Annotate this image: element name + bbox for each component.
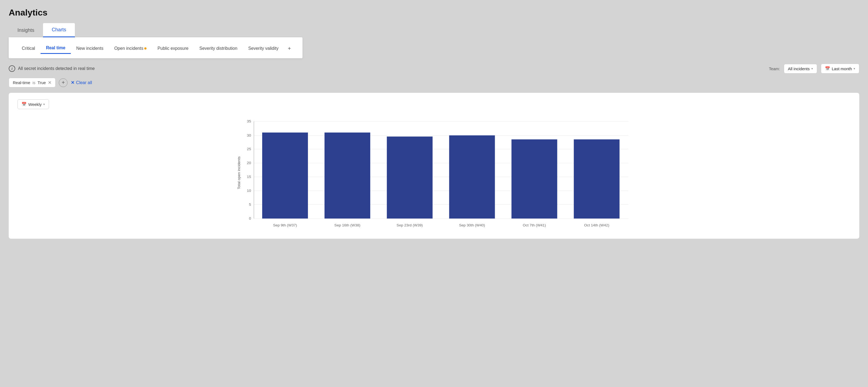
tab-insights[interactable]: Insights <box>9 23 43 37</box>
filter-description: All secret incidents detected in real ti… <box>18 66 95 71</box>
x-label-W39: Sep 23rd (W39) <box>397 223 423 227</box>
date-chevron-icon: ▾ <box>854 67 855 70</box>
dot-indicator <box>144 47 147 50</box>
tab-charts[interactable]: Charts <box>43 23 75 37</box>
y-tick-30: 30 <box>247 133 251 137</box>
weekly-dropdown[interactable]: 📅 Weekly ▾ <box>18 99 49 109</box>
y-tick-0: 0 <box>249 216 251 220</box>
main-tabs: Insights Charts <box>9 23 859 37</box>
weekly-label: Weekly <box>28 102 42 107</box>
chart-tab-new-incidents[interactable]: New incidents <box>71 43 109 54</box>
chip-close-button[interactable]: ✕ <box>48 80 52 85</box>
filter-chip-realtime: Real-time is True ✕ <box>9 78 56 87</box>
calendar-icon-chart: 📅 <box>22 102 27 107</box>
bar-W41[interactable] <box>512 139 557 219</box>
x-label-W41: Oct 7th (W41) <box>523 223 546 227</box>
date-value: Last month <box>832 66 852 71</box>
y-tick-25: 25 <box>247 147 251 151</box>
x-label-W37: Sep 9th (W37) <box>273 223 297 227</box>
page-title: Analytics <box>9 8 859 18</box>
team-value: All incidents <box>788 66 810 71</box>
y-tick-35: 35 <box>247 119 251 123</box>
clear-all-label: Clear all <box>76 80 92 85</box>
clear-all-x-icon: ✕ <box>71 80 74 85</box>
y-tick-20: 20 <box>247 161 251 165</box>
x-label-W38: Sep 16th (W38) <box>334 223 361 227</box>
y-tick-5: 5 <box>249 202 251 206</box>
chart-tab-realtime[interactable]: Real time <box>40 43 71 54</box>
x-label-W42: Oct 14th (W42) <box>584 223 609 227</box>
page-wrapper: Analytics Insights Charts Critical Real … <box>0 0 868 239</box>
info-icon: i <box>9 65 15 72</box>
bar-W38[interactable] <box>324 133 370 219</box>
chip-op: is <box>32 80 35 85</box>
chart-tab-open-incidents[interactable]: Open incidents <box>109 43 152 54</box>
x-label-W40: Sep 30th (W40) <box>459 223 485 227</box>
add-chart-tab-button[interactable]: + <box>284 43 295 53</box>
clear-all-button[interactable]: ✕ Clear all <box>71 80 92 85</box>
filter-left: i All secret incidents detected in real … <box>9 65 95 72</box>
filter-chips-row: Real-time is True ✕ + ✕ Clear all <box>9 73 859 91</box>
date-dropdown[interactable]: 📅 Last month ▾ <box>821 64 859 73</box>
add-filter-button[interactable]: + <box>59 78 67 87</box>
y-tick-15: 15 <box>247 175 251 179</box>
chart-svg: Total open incidents 0 5 10 15 <box>18 116 850 230</box>
chart-tab-severity-distribution[interactable]: Severity distribution <box>194 43 243 54</box>
chart-container: Total open incidents 0 5 10 15 <box>18 116 850 230</box>
weekly-chevron-icon: ▾ <box>43 103 45 106</box>
filter-bar: i All secret incidents detected in real … <box>9 58 859 73</box>
chip-value: True <box>38 80 46 85</box>
chart-section: 📅 Weekly ▾ Total open incidents <box>9 93 859 239</box>
team-chevron-icon: ▾ <box>811 67 813 70</box>
y-axis-label: Total open incidents <box>237 157 241 189</box>
chart-tab-public-exposure[interactable]: Public exposure <box>152 43 194 54</box>
chart-tab-critical[interactable]: Critical <box>16 43 40 54</box>
chart-header: 📅 Weekly ▾ <box>18 99 850 109</box>
chart-tab-severity-validity[interactable]: Severity validity <box>243 43 284 54</box>
bar-W42[interactable] <box>574 139 619 219</box>
bar-W40[interactable] <box>449 135 495 219</box>
team-label: Team: <box>769 66 780 71</box>
team-dropdown[interactable]: All incidents ▾ <box>784 64 817 73</box>
bar-W39[interactable] <box>387 137 433 219</box>
chart-tabs-panel: Critical Real time New incidents Open in… <box>9 37 303 58</box>
filter-right: Team: All incidents ▾ 📅 Last month ▾ <box>769 64 859 73</box>
calendar-icon: 📅 <box>825 66 830 71</box>
chip-label: Real-time <box>13 80 30 85</box>
bar-W37[interactable] <box>262 133 308 219</box>
y-tick-10: 10 <box>247 189 251 193</box>
